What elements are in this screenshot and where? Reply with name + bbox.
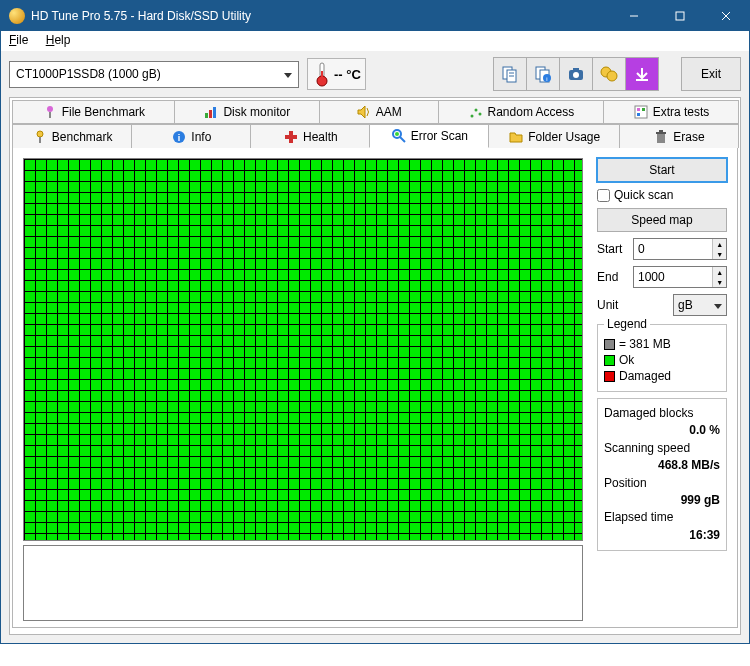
svg-point-33 <box>37 131 43 137</box>
options-button[interactable] <box>592 57 626 91</box>
elapsed-time-value: 16:39 <box>604 527 720 544</box>
elapsed-time-label: Elapsed time <box>604 509 720 526</box>
spin-down-icon[interactable]: ▼ <box>713 277 726 287</box>
tab-folder-usage[interactable]: Folder Usage <box>488 124 620 148</box>
toolbar: CT1000P1SSD8 (1000 gB) -- °C i <box>1 51 749 97</box>
svg-rect-24 <box>209 110 212 118</box>
svg-rect-22 <box>49 112 51 118</box>
position-value: 999 gB <box>604 492 720 509</box>
svg-rect-38 <box>285 135 297 139</box>
close-button[interactable] <box>703 1 749 31</box>
spin-up-icon[interactable]: ▲ <box>713 239 726 249</box>
titlebar: HD Tune Pro 5.75 - Hard Disk/SSD Utility <box>1 1 749 31</box>
end-input[interactable]: ▲▼ <box>633 266 727 288</box>
start-label: Start <box>597 242 629 256</box>
svg-rect-34 <box>39 137 41 143</box>
svg-rect-31 <box>642 108 645 111</box>
scanning-speed-value: 468.8 MB/s <box>604 457 720 474</box>
start-input[interactable]: ▲▼ <box>633 238 727 260</box>
stats-panel: Damaged blocks 0.0 % Scanning speed 468.… <box>597 398 727 551</box>
drive-select-value: CT1000P1SSD8 (1000 gB) <box>16 67 161 81</box>
unit-label: Unit <box>597 298 629 312</box>
tab-container: File Benchmark Disk monitor AAM Random A… <box>9 97 741 635</box>
svg-text:i: i <box>178 133 181 143</box>
copy-info-button[interactable]: i <box>526 57 560 91</box>
tab-body: Start Quick scan Speed map Start ▲▼ End <box>12 148 738 628</box>
start-button[interactable]: Start <box>597 158 727 182</box>
drive-select[interactable]: CT1000P1SSD8 (1000 gB) <box>9 61 299 88</box>
tab-erase[interactable]: Erase <box>619 124 739 148</box>
svg-rect-6 <box>321 71 323 80</box>
temperature-display: -- °C <box>307 58 366 90</box>
svg-rect-43 <box>656 132 666 134</box>
minimize-button[interactable] <box>611 1 657 31</box>
svg-rect-44 <box>659 130 663 132</box>
svg-rect-17 <box>573 68 579 71</box>
screenshot-button[interactable] <box>559 57 593 91</box>
chevron-down-icon <box>284 67 292 81</box>
svg-point-41 <box>395 132 399 136</box>
tab-random-access[interactable]: Random Access <box>438 100 604 124</box>
spin-up-icon[interactable]: ▲ <box>713 267 726 277</box>
svg-rect-42 <box>657 134 665 143</box>
legend-block-icon <box>604 339 615 350</box>
damaged-blocks-label: Damaged blocks <box>604 405 720 422</box>
svg-point-16 <box>573 72 579 78</box>
scanning-speed-label: Scanning speed <box>604 440 720 457</box>
svg-rect-25 <box>213 107 216 118</box>
copy-text-button[interactable] <box>493 57 527 91</box>
tab-info[interactable]: i Info <box>131 124 251 148</box>
legend-fieldset: Legend = 381 MB Ok Damaged <box>597 324 727 392</box>
side-panel: Start Quick scan Speed map Start ▲▼ End <box>597 158 727 621</box>
svg-rect-1 <box>676 12 684 20</box>
menu-help[interactable]: Help <box>46 33 71 47</box>
svg-point-28 <box>478 113 481 116</box>
legend-damaged-icon <box>604 371 615 382</box>
svg-point-21 <box>47 106 53 112</box>
tab-error-scan[interactable]: Error Scan <box>369 124 489 148</box>
app-icon <box>9 8 25 24</box>
legend-ok-icon <box>604 355 615 366</box>
maximize-button[interactable] <box>657 1 703 31</box>
tab-extra-tests[interactable]: Extra tests <box>603 100 739 124</box>
quick-scan-checkbox[interactable]: Quick scan <box>597 188 727 202</box>
speed-map-button[interactable]: Speed map <box>597 208 727 232</box>
app-window: HD Tune Pro 5.75 - Hard Disk/SSD Utility… <box>0 0 750 644</box>
svg-rect-29 <box>635 106 647 118</box>
scan-grid <box>23 158 583 541</box>
log-output <box>23 545 583 621</box>
svg-text:i: i <box>546 76 547 82</box>
svg-point-19 <box>607 71 617 81</box>
svg-point-26 <box>470 115 473 118</box>
svg-point-27 <box>474 109 477 112</box>
window-title: HD Tune Pro 5.75 - Hard Disk/SSD Utility <box>31 9 611 23</box>
svg-rect-32 <box>637 113 640 116</box>
svg-rect-23 <box>205 113 208 118</box>
tab-aam[interactable]: AAM <box>319 100 439 124</box>
tab-benchmark[interactable]: Benchmark <box>12 124 132 148</box>
damaged-blocks-value: 0.0 % <box>604 422 720 439</box>
exit-button[interactable]: Exit <box>681 57 741 91</box>
save-button[interactable] <box>625 57 659 91</box>
chevron-down-icon <box>714 298 722 312</box>
position-label: Position <box>604 475 720 492</box>
svg-rect-30 <box>637 108 640 111</box>
tab-disk-monitor[interactable]: Disk monitor <box>174 100 320 124</box>
tab-health[interactable]: Health <box>250 124 370 148</box>
tab-file-benchmark[interactable]: File Benchmark <box>12 100 175 124</box>
thermometer-icon <box>312 61 332 87</box>
menu-file[interactable]: File <box>9 33 28 47</box>
spin-down-icon[interactable]: ▼ <box>713 249 726 259</box>
menubar: File Help <box>1 31 749 51</box>
temperature-value: -- °C <box>334 67 361 82</box>
legend-title: Legend <box>604 317 650 331</box>
end-label: End <box>597 270 629 284</box>
svg-line-40 <box>400 137 405 142</box>
unit-select[interactable]: gB <box>673 294 727 316</box>
